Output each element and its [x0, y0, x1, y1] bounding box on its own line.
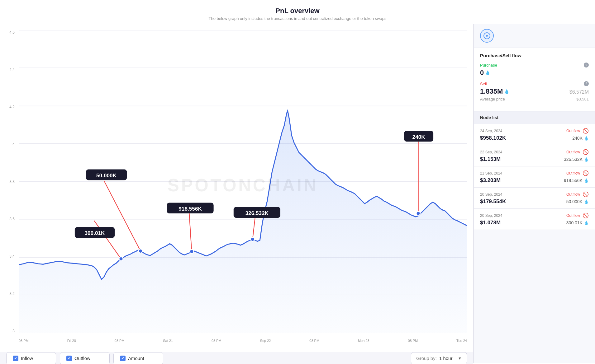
y-label-4: 4 — [12, 142, 15, 147]
sell-label: Sell — [480, 82, 487, 86]
avg-price-value: $3.581 — [576, 97, 589, 101]
inflow-checkbox[interactable]: Inflow — [6, 352, 56, 364]
node-amount: $958.102K — [480, 135, 506, 141]
chart-area: 4.6 4.4 4.2 4 3.8 3.6 3.4 3.2 3 — [0, 24, 474, 363]
group-by-value: 1 hour — [439, 356, 453, 361]
svg-text:240K: 240K — [412, 134, 426, 140]
purchase-sell-section: Purchase/Sell flow Purchase ? 0 💧 Sell — [474, 48, 595, 111]
sell-metric-header: Sell ? — [480, 81, 589, 86]
svg-text:300.01K: 300.01K — [84, 230, 105, 236]
outflow-label: Outflow — [74, 356, 90, 361]
node-list-container: 24 Sep, 2024 Out flow 🚫 $958.102K 240K 💧… — [474, 124, 595, 230]
eye-slash-icon[interactable]: 🚫 — [583, 191, 589, 197]
x-label-mon23: Mon 23 — [358, 339, 369, 343]
purchase-help-icon[interactable]: ? — [584, 63, 589, 68]
outflow-checkbox[interactable]: Outflow — [60, 352, 110, 364]
page-subtitle: The below graph only includes the transa… — [0, 16, 595, 21]
purchase-label: Purchase — [480, 63, 497, 68]
node-item: 24 Sep, 2024 Out flow 🚫 $958.102K 240K 💧 — [474, 124, 595, 145]
eye-slash-icon[interactable]: 🚫 — [583, 212, 589, 218]
svg-text:326.532K: 326.532K — [245, 210, 269, 216]
svg-text:SPOTONCHAIN: SPOTONCHAIN — [168, 175, 318, 195]
node-item-values: $3.203M 918.556K 💧 — [480, 177, 589, 184]
y-label-3-6: 3.6 — [9, 217, 15, 221]
svg-point-12 — [139, 249, 143, 253]
sidebar: Purchase/Sell flow Purchase ? 0 💧 Sell — [474, 24, 595, 363]
y-label-3-4: 3.4 — [9, 254, 15, 259]
y-label-3-8: 3.8 — [9, 180, 15, 184]
node-item-header: 24 Sep, 2024 Out flow 🚫 — [480, 128, 589, 134]
svg-point-18 — [416, 212, 420, 216]
svg-text:918.556K: 918.556K — [178, 206, 202, 212]
node-token-amount: 918.556K 💧 — [564, 178, 589, 183]
node-date: 22 Sep, 2024 — [480, 150, 502, 154]
svg-line-11 — [104, 181, 140, 251]
svg-point-16 — [251, 237, 255, 241]
node-item-header: 20 Sep, 2024 Out flow 🚫 — [480, 212, 589, 218]
node-token-amount: 240K 💧 — [572, 136, 589, 141]
node-item-values: $958.102K 240K 💧 — [480, 135, 589, 141]
chart-container: 4.6 4.4 4.2 4 3.8 3.6 3.4 3.2 3 — [0, 27, 473, 352]
node-date: 20 Sep, 2024 — [480, 213, 502, 218]
svg-line-9 — [94, 221, 121, 259]
eye-slash-icon[interactable]: 🚫 — [583, 149, 589, 155]
node-item-header: 22 Sep, 2024 Out flow 🚫 — [480, 149, 589, 155]
y-label-4-6: 4.6 — [9, 30, 15, 35]
sell-help-icon[interactable]: ? — [584, 81, 589, 86]
amount-label: Amount — [128, 356, 144, 361]
sell-drop-icon: 💧 — [504, 89, 509, 94]
svg-point-31 — [486, 35, 488, 37]
purchase-metric-row: Purchase ? 0 💧 — [480, 63, 589, 77]
amount-checkbox[interactable]: Amount — [113, 352, 163, 364]
token-icon — [480, 29, 494, 43]
node-flow-label: Out flow — [566, 192, 580, 197]
node-item: 22 Sep, 2024 Out flow 🚫 $1.153M 326.532K… — [474, 145, 595, 166]
node-item-header: 21 Sep, 2024 Out flow 🚫 — [480, 170, 589, 176]
x-label-08pm-2: 08 PM — [115, 339, 125, 343]
x-label-sat21: Sat 21 — [163, 339, 173, 343]
y-label-3-2: 3.2 — [9, 292, 15, 296]
node-amount: $1.153M — [480, 156, 501, 162]
inflow-checkbox-box — [13, 356, 18, 361]
y-label-4-2: 4.2 — [9, 105, 15, 109]
sell-amount: 1.835M 💧 — [480, 87, 509, 96]
node-flow-label: Out flow — [566, 129, 580, 133]
svg-text:50.000K: 50.000K — [96, 172, 117, 179]
eye-slash-icon[interactable]: 🚫 — [583, 170, 589, 176]
chart-svg: 300.01K 50.000K 918.556K 326.532K 240K S… — [19, 30, 467, 333]
node-flow-label: Out flow — [566, 213, 580, 218]
eye-slash-icon[interactable]: 🚫 — [583, 128, 589, 134]
sell-values: 1.835M 💧 $6.572M — [480, 87, 589, 96]
page-header: PnL overview The below graph only includ… — [0, 0, 595, 24]
sell-metric-row: Sell ? 1.835M 💧 $6.572M Average price $3… — [480, 81, 589, 101]
page-title: PnL overview — [0, 7, 595, 15]
node-list-section: Node list 24 Sep, 2024 Out flow 🚫 $958.1… — [474, 111, 595, 363]
bottom-toolbar: Inflow Outflow Amount Group by: 1 hour ▼ — [0, 352, 473, 364]
node-item-header: 20 Sep, 2024 Out flow 🚫 — [480, 191, 589, 197]
group-by-select[interactable]: Group by: 1 hour ▼ — [411, 352, 467, 364]
x-label-sep22: Sep 22 — [260, 339, 271, 343]
node-item-values: $1.153M 326.532K 💧 — [480, 156, 589, 162]
x-label-fri20: Fri 20 — [67, 339, 76, 343]
node-flow-label: Out flow — [566, 150, 580, 154]
node-amount: $1.078M — [480, 220, 501, 226]
sell-usd: $6.572M — [569, 89, 589, 95]
group-by-prefix: Group by: — [416, 356, 437, 361]
x-label-08pm-4: 08 PM — [309, 339, 319, 343]
node-flow-label: Out flow — [566, 171, 580, 175]
x-label-08pm-3: 08 PM — [212, 339, 221, 343]
node-amount: $3.203M — [480, 177, 501, 184]
y-label-4-4: 4.4 — [9, 68, 15, 72]
amount-checkbox-box — [120, 356, 126, 361]
svg-line-15 — [253, 218, 255, 240]
inflow-label: Inflow — [21, 356, 33, 361]
sidebar-logo-area — [474, 24, 595, 48]
outflow-checkbox-box — [66, 356, 72, 361]
node-item: 21 Sep, 2024 Out flow 🚫 $3.203M 918.556K… — [474, 166, 595, 188]
node-list-header: Node list — [474, 111, 595, 124]
x-label-tue24: Tue 24 — [456, 339, 467, 343]
node-date: 24 Sep, 2024 — [480, 129, 502, 133]
purchase-amount: 0 💧 — [480, 69, 490, 77]
x-label-08pm-1: 08 PM — [19, 339, 29, 343]
node-item-values: $179.554K 50.000K 💧 — [480, 198, 589, 205]
